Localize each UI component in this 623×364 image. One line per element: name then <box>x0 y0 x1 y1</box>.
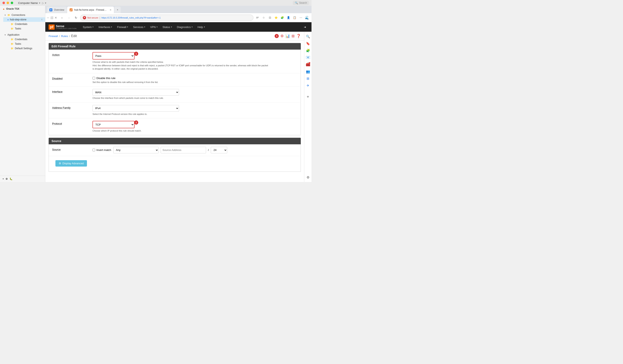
sidebar-item-default-settings[interactable]: 📁 Default Settings <box>3 46 45 51</box>
right-outlook-icon[interactable]: 📧 <box>305 54 311 61</box>
breadcrumb-firewall[interactable]: Firewall <box>49 35 58 38</box>
tab-close-btn[interactable]: ✕ <box>110 9 111 11</box>
filter-icon[interactable]: ⚙ <box>280 34 284 38</box>
browser-container: ⊞ Overview pf hub-fw.home.arpa - Firewal… <box>45 6 312 182</box>
close-btn[interactable] <box>2 2 5 4</box>
disable-rule-checkbox[interactable] <box>92 77 95 80</box>
computer-name[interactable]: Computer Name ▾ <box>18 1 40 4</box>
table-icon[interactable]: ⊞ <box>291 34 295 38</box>
sidebar-item-app-tasks[interactable]: 📁 Tasks <box>3 42 45 46</box>
nav-services[interactable]: Services ▾ <box>131 24 147 30</box>
win-minimize-btn[interactable]: ─ <box>47 16 49 19</box>
right-sidebar-bottom: ⚙ <box>305 174 311 180</box>
security-icon: ✕ <box>83 16 86 19</box>
back-btn[interactable]: ‹ <box>59 15 65 21</box>
breadcrumb: Firewall / Rules / Edit 3 ⚙ 📊 ⊞ <box>45 32 304 41</box>
debug-icon[interactable]: 🐛 <box>9 177 13 180</box>
nav-firewall[interactable]: Firewall ▾ <box>115 24 130 30</box>
sidebar-application-sub: 📁 Credentials 📁 Tasks 📁 Default Settings <box>0 37 45 51</box>
profile-btn[interactable]: 👤 <box>286 15 291 21</box>
address-bar[interactable]: ✕ Not secure | https://172.16.0.20/firew… <box>80 15 253 21</box>
playback-controls: ▷ ▾ <box>42 1 46 4</box>
nav-help[interactable]: Help ▾ <box>196 24 207 30</box>
nav-interfaces[interactable]: Interfaces ▾ <box>96 24 114 30</box>
sidebar-item-application[interactable]: ▼ Application <box>0 33 45 37</box>
action-control: Pass Block Reject 1 <box>92 52 297 71</box>
maximize-btn[interactable] <box>11 2 13 4</box>
tab-hub-step-stone[interactable]: pf hub-fw.home.arpa - Firewall: Rul ✕ <box>67 7 114 13</box>
nav-diagnostics[interactable]: Diagnostics ▾ <box>175 24 195 30</box>
nav-system[interactable]: System ▾ <box>81 24 96 30</box>
reader-view-btn[interactable]: Aᴬ <box>255 15 260 21</box>
favorites-btn[interactable]: ⭐ <box>273 15 279 21</box>
source-section: Source Source <box>49 138 301 172</box>
pfsense-favicon: pf <box>70 8 72 11</box>
bookmark-btn[interactable]: ☆ <box>261 15 267 21</box>
invert-match-checkbox[interactable] <box>92 149 95 151</box>
right-teams-icon[interactable]: 👥 <box>305 68 311 75</box>
add-icon[interactable]: + <box>2 177 4 180</box>
protocol-select[interactable]: TCP UDP TCP/UDP ICMP Any <box>93 121 134 128</box>
extensions-btn[interactable]: 🧩 <box>279 15 285 21</box>
action-row: Action Pass Block <box>49 50 301 73</box>
display-advanced-row: ⚙ Display Advanced <box>49 156 301 171</box>
split-btn[interactable]: ⊡ <box>267 15 273 21</box>
source-label: Source <box>52 147 89 151</box>
sidebar-item-connections[interactable]: ▼ 📁 Connections <box>0 13 45 17</box>
right-telegram-icon[interactable]: ✈ <box>305 82 311 88</box>
minimize-btn[interactable] <box>7 2 9 4</box>
annotation-badge-2: 2 <box>134 120 138 125</box>
interface-select[interactable]: WAN LAN <box>92 89 179 96</box>
browser-toolbar: ─ ⬜ ✕ ‹ › ↻ ✕ Not secure | https://172.1… <box>45 13 312 22</box>
right-settings-icon[interactable]: ⚙ <box>305 174 311 180</box>
search-icon: 🔍 <box>295 1 298 4</box>
right-apps-icon[interactable]: ⊞ <box>305 75 311 82</box>
interface-control: WAN LAN Choose the interface from which … <box>92 89 297 100</box>
new-tab-btn[interactable]: + <box>114 7 121 13</box>
right-bookmark-icon[interactable]: 🔖 <box>305 40 311 46</box>
action-annotation: Pass Block Reject 1 <box>92 52 139 60</box>
source-address-input[interactable] <box>161 147 206 153</box>
right-office-icon[interactable]: 🧰 <box>305 61 311 67</box>
sidebar-item-tasks[interactable]: 📁 Tasks <box>3 26 45 31</box>
browser-inner: pf Sense COMMUNITY EDITION System ▾ Inte… <box>45 22 312 182</box>
interface-label: Interface <box>52 89 89 93</box>
edit-firewall-section: Edit Firewall Rule Action <box>49 43 301 135</box>
nav-status[interactable]: Status ▾ <box>160 24 174 30</box>
right-search-icon[interactable]: 🔍 <box>305 33 311 40</box>
source-cidr-select[interactable]: 24 32 <box>211 147 227 153</box>
chart-icon[interactable]: 📊 <box>285 34 290 38</box>
display-advanced-btn[interactable]: ⚙ Display Advanced <box>55 160 87 167</box>
refresh-btn[interactable]: ↻ <box>73 15 79 21</box>
win-close-btn[interactable]: ✕ <box>55 16 57 19</box>
pfsense-layout: pf Sense COMMUNITY EDITION System ▾ Inte… <box>45 22 312 182</box>
source-control: Invert match Any Single host or alias Ne… <box>92 147 297 153</box>
nav-sign-out[interactable]: ➜ <box>302 24 308 30</box>
source-type-select[interactable]: Any Single host or alias Network <box>113 147 159 153</box>
help-icon[interactable]: ❓ <box>296 34 301 38</box>
forward-btn[interactable]: › <box>66 15 72 21</box>
folder-icon-tasks: 📁 <box>11 27 14 30</box>
collections-btn[interactable]: 📋 <box>292 15 297 21</box>
breadcrumb-edit: Edit <box>71 34 77 38</box>
address-family-select[interactable]: IPv4 IPv6 IPv4+IPv6 <box>92 105 179 112</box>
pfsense-main: Firewall / Rules / Edit 3 ⚙ 📊 ⊞ <box>45 32 304 182</box>
sidebar-item-app-credentials[interactable]: 📁 Credentials <box>3 37 45 42</box>
mac-search[interactable]: 🔍 Search <box>293 1 309 5</box>
win-restore-btn[interactable]: ⬜ <box>50 16 53 19</box>
sidebar-footer: + ⚙ 🐛 <box>0 176 45 182</box>
right-puzzle-icon[interactable]: 🧩 <box>305 47 311 54</box>
sidebar-item-credentials[interactable]: 📁 Credentials <box>3 22 45 26</box>
browser-tabs: ⊞ Overview pf hub-fw.home.arpa - Firewal… <box>45 6 312 13</box>
sidebar-connections-sub: ● hub-step-stone ⇑ 📁 Credentials 📁 Tasks <box>0 17 45 31</box>
tab-overview[interactable]: ⊞ Overview <box>47 7 67 13</box>
settings-icon[interactable]: ⚙ <box>5 177 8 180</box>
nav-vpn[interactable]: VPN ▾ <box>148 24 160 30</box>
sidebar-item-hub-step-stone[interactable]: ● hub-step-stone ⇑ <box>3 17 45 22</box>
right-add-icon[interactable]: + <box>305 94 311 100</box>
edge-icon[interactable]: 🌊 <box>304 15 310 21</box>
more-btn[interactable]: ⋯ <box>298 15 304 21</box>
breadcrumb-rules[interactable]: Rules <box>61 35 68 38</box>
action-select[interactable]: Pass Block Reject <box>93 52 134 59</box>
source-row: Source Invert match <box>49 144 301 156</box>
